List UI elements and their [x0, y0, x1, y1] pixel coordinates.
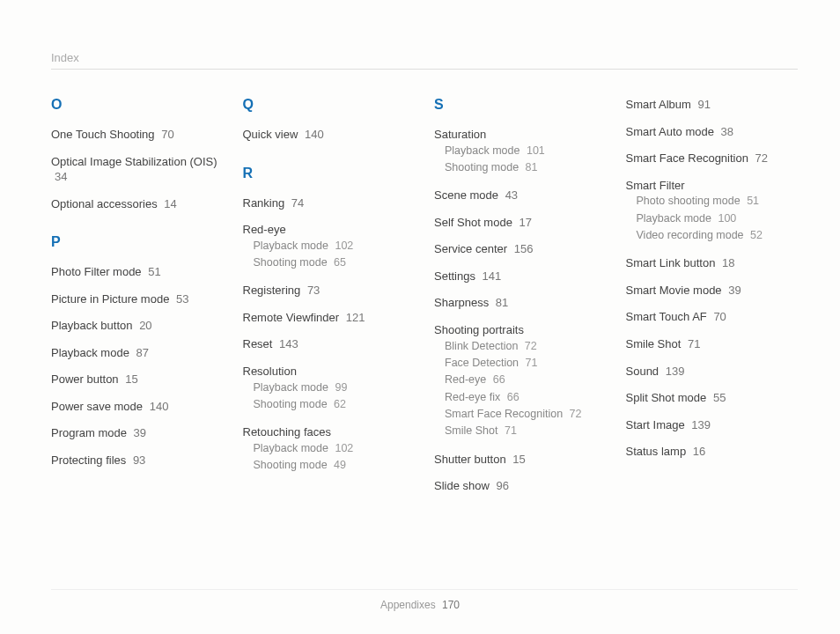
index-entry[interactable]: Scene mode 43	[434, 188, 607, 203]
index-sub-page: 62	[334, 398, 346, 410]
index-page: 53	[176, 292, 188, 306]
index-entry[interactable]: Retouching facesPlayback mode 102Shootin…	[243, 424, 416, 474]
index-term: Self Shot mode	[434, 216, 512, 229]
index-term: Ranking	[243, 196, 285, 210]
index-entry[interactable]: Smart Face Recognition 72	[626, 151, 799, 166]
index-entry[interactable]: Playback mode 87	[51, 345, 224, 361]
index-entry[interactable]: Split Shot mode 55	[626, 390, 799, 406]
index-sub-page: 102	[335, 240, 353, 252]
index-sub-term: Photo shooting mode	[637, 195, 741, 207]
index-entry[interactable]: Playback button 20	[51, 318, 224, 334]
index-term: Saturation	[434, 128, 486, 141]
index-subentry[interactable]: Face Detection 71	[434, 355, 607, 372]
index-entry[interactable]: Power save mode 140	[51, 399, 224, 415]
index-subentry[interactable]: Red-eye fix 66	[434, 389, 607, 406]
index-sub-page: 99	[335, 381, 347, 394]
index-entry[interactable]: Sharpness 81	[434, 295, 607, 311]
index-page: 91	[698, 98, 711, 111]
index-entry[interactable]: Protecting files 93	[51, 453, 224, 468]
index-entry[interactable]: Ranking 74	[243, 195, 416, 211]
index-subentry[interactable]: Blink Detection 72	[434, 338, 607, 355]
index-page: 15	[125, 372, 137, 386]
index-term: Remote Viewfinder	[243, 311, 340, 324]
index-entry[interactable]: Quick view 140	[243, 127, 416, 143]
index-term: Service center	[434, 242, 507, 255]
index-term: Registering	[243, 284, 301, 297]
index-entry[interactable]: Optional accessories 14	[51, 196, 224, 212]
index-entry[interactable]: Registering 73	[243, 283, 416, 299]
index-subentry[interactable]: Shooting mode 81	[434, 159, 607, 176]
index-letter: O	[51, 97, 224, 113]
index-entry[interactable]: Power button 15	[51, 372, 224, 387]
index-subentry[interactable]: Playback mode 101	[434, 143, 607, 159]
index-column: Smart Album 91Smart Auto mode 38Smart Fa…	[626, 97, 799, 505]
index-subentry[interactable]: Shooting mode 49	[243, 457, 416, 474]
index-entry[interactable]: Picture in Picture mode 53	[51, 291, 224, 307]
index-subentry[interactable]: Shooting mode 65	[243, 254, 416, 271]
index-letter: Q	[243, 97, 416, 113]
index-entry[interactable]: Status lamp 16	[626, 444, 799, 460]
index-entry[interactable]: Photo Filter mode 51	[51, 264, 224, 280]
index-page: 74	[291, 196, 304, 210]
index-subentry[interactable]: Playback mode 102	[243, 238, 416, 254]
index-page: 81	[496, 296, 508, 309]
index-entry[interactable]: One Touch Shooting 70	[51, 127, 224, 143]
index-letter: R	[243, 166, 416, 181]
index-entry[interactable]: Sound 139	[626, 364, 799, 380]
index-page: 73	[307, 284, 320, 297]
index-entry[interactable]: Shutter button 15	[434, 452, 607, 468]
index-entry[interactable]: Smart Album 91	[626, 97, 799, 113]
index-term: Smart Face Recognition	[626, 151, 748, 165]
index-page: 43	[505, 188, 518, 202]
index-sub-term: Shooting mode	[254, 398, 328, 410]
index-sub-page: 51	[747, 195, 759, 207]
index-sub-term: Playback mode	[254, 442, 328, 454]
index-subentry[interactable]: Photo shooting mode 51	[626, 193, 799, 210]
index-sub-term: Face Detection	[445, 357, 519, 369]
index-entry[interactable]: Slide show 96	[434, 478, 607, 494]
index-term: Power button	[51, 372, 119, 386]
index-subentry[interactable]: Shooting mode 62	[243, 396, 416, 413]
index-entry[interactable]: Service center 156	[434, 241, 607, 257]
index-subentry[interactable]: Smart Face Recognition 72	[434, 406, 607, 423]
index-subentry[interactable]: Playback mode 99	[243, 380, 416, 396]
index-entry[interactable]: ResolutionPlayback mode 99Shooting mode …	[243, 364, 416, 413]
index-entry[interactable]: Smart Link button 18	[626, 255, 799, 271]
footer-section: Appendixes	[380, 599, 436, 611]
index-term: Settings	[434, 269, 475, 283]
index-subentry[interactable]: Red-eye 66	[434, 372, 607, 388]
index-subentry[interactable]: Playback mode 100	[626, 210, 799, 227]
index-entry[interactable]: Remote Viewfinder 121	[243, 310, 416, 326]
index-entry[interactable]: Red-eyePlayback mode 102Shooting mode 65	[243, 222, 416, 271]
index-entry[interactable]: Start Image 139	[626, 417, 799, 433]
index-entry[interactable]: Smile Shot 71	[626, 336, 799, 352]
index-entry[interactable]: Smart FilterPhoto shooting mode 51Playba…	[626, 178, 799, 245]
index-page: 70	[161, 128, 173, 141]
index-subentry[interactable]: Playback mode 102	[243, 440, 416, 457]
index-entry[interactable]: Shooting portraitsBlink Detection 72Face…	[434, 322, 607, 440]
index-term: Optical Image Stabilization (OIS)	[51, 155, 217, 168]
index-term: Smart Auto mode	[626, 125, 714, 138]
index-entry[interactable]: SaturationPlayback mode 101Shooting mode…	[434, 127, 607, 176]
index-term: Start Image	[626, 418, 685, 431]
index-term: Shooting portraits	[434, 323, 524, 336]
index-subentry[interactable]: Smile Shot 71	[434, 423, 607, 439]
index-entry[interactable]: Smart Movie mode 39	[626, 283, 799, 299]
index-entry[interactable]: Reset 143	[243, 336, 416, 352]
index-entry[interactable]: Program mode 39	[51, 425, 224, 441]
index-term: Smart Filter	[626, 179, 685, 192]
index-term: Sharpness	[434, 296, 489, 309]
index-page: 70	[713, 310, 726, 323]
index-term: Protecting files	[51, 453, 126, 467]
index-columns: OOne Touch Shooting 70Optical Image Stab…	[51, 97, 798, 505]
page-header: Index	[51, 51, 79, 64]
index-letter: P	[51, 234, 224, 250]
index-term: Shutter button	[434, 453, 506, 466]
index-entry[interactable]: Smart Auto mode 38	[626, 124, 799, 140]
index-entry[interactable]: Settings 141	[434, 269, 607, 284]
index-page: 15	[512, 453, 525, 466]
index-subentry[interactable]: Video recording mode 52	[626, 227, 799, 244]
index-entry[interactable]: Smart Touch AF 70	[626, 309, 799, 325]
index-entry[interactable]: Self Shot mode 17	[434, 215, 607, 231]
index-entry[interactable]: Optical Image Stabilization (OIS) 34	[51, 154, 224, 185]
